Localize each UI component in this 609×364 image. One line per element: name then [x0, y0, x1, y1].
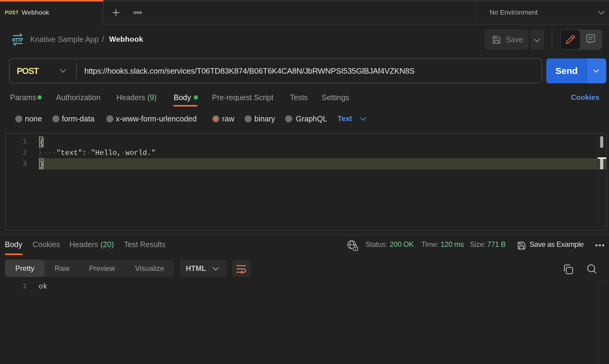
svg-text:HTTP: HTTP — [12, 37, 23, 43]
